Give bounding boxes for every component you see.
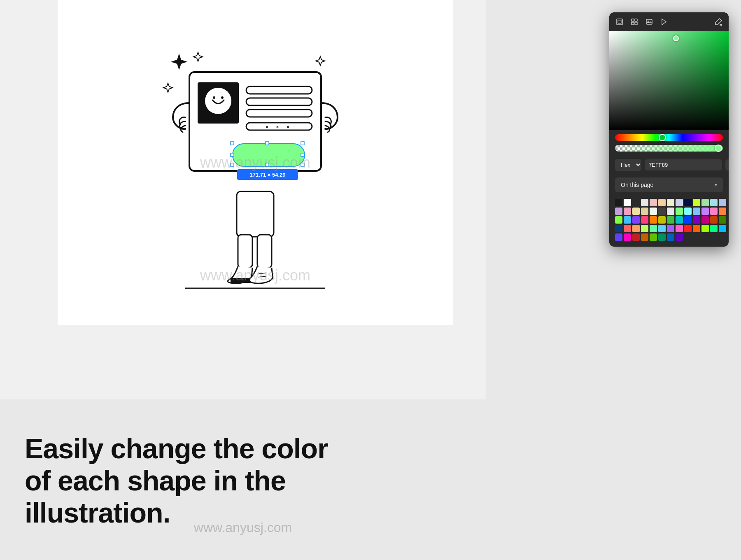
color-swatch[interactable] [719,216,726,224]
color-swatch[interactable] [658,225,666,232]
toolbar-icons-group [615,17,669,26]
color-swatch[interactable] [667,199,674,206]
on-this-page-button[interactable]: On this page ▾ [615,177,723,192]
color-swatch[interactable] [710,208,718,215]
color-swatch[interactable] [684,208,692,215]
panel-toolbar [609,12,729,31]
color-swatch[interactable] [719,208,726,215]
headline-line2: of each shape in the [25,464,461,497]
dimension-tooltip-text: 171.71 × 54.29 [249,172,285,178]
color-swatch[interactable] [658,208,666,215]
color-swatch[interactable] [719,225,726,232]
leg-left [238,235,252,268]
color-swatch[interactable] [667,216,674,224]
color-swatch[interactable] [624,216,631,224]
swatches-grid [615,199,723,241]
dropper-icon[interactable] [714,17,723,26]
color-swatch[interactable] [667,233,674,241]
svg-rect-1 [618,20,621,23]
color-swatch[interactable] [701,225,709,232]
color-swatch[interactable] [684,216,692,224]
color-swatch[interactable] [615,233,622,241]
color-swatch[interactable] [632,216,640,224]
leg-right [257,235,272,268]
handle-bl [231,163,234,166]
hue-handle[interactable] [659,134,666,141]
color-swatch[interactable] [710,216,718,224]
color-swatch[interactable] [624,199,631,206]
hand-right [321,103,338,129]
sparkle-large [171,54,187,70]
color-swatch[interactable] [676,225,683,232]
color-swatch[interactable] [650,233,657,241]
color-swatch[interactable] [615,208,622,215]
color-swatch[interactable] [684,199,692,206]
color-swatch[interactable] [650,225,657,232]
image-icon[interactable] [645,17,654,26]
svg-rect-0 [617,19,622,25]
color-swatch[interactable] [650,216,657,224]
frame-icon[interactable] [615,17,624,26]
color-swatch[interactable] [641,199,648,206]
color-swatch[interactable] [658,199,666,206]
color-swatch[interactable] [641,233,648,241]
color-swatch[interactable] [701,208,709,215]
illustration-svg: × × × [132,23,379,303]
gradient-picker[interactable] [609,31,729,130]
play-icon[interactable] [659,17,669,26]
color-swatch[interactable] [650,199,657,206]
handle-mr [301,153,304,156]
color-swatch[interactable] [693,199,700,206]
color-swatch[interactable] [710,225,718,232]
color-format-select[interactable]: Hex [615,159,641,171]
color-swatch[interactable] [658,233,666,241]
color-swatch[interactable] [641,208,648,215]
color-swatch[interactable] [632,233,640,241]
color-swatch[interactable] [632,225,640,232]
color-swatch[interactable] [701,216,709,224]
id-card-line2 [246,98,312,105]
color-swatch[interactable] [693,225,700,232]
grid-icon[interactable] [630,17,639,26]
color-swatch[interactable] [641,225,648,232]
color-swatch[interactable] [624,208,631,215]
color-swatch[interactable] [615,199,622,206]
color-swatch[interactable] [641,216,648,224]
color-swatch[interactable] [650,208,657,215]
color-swatch[interactable] [684,225,692,232]
handle-tm [266,142,269,145]
id-card-eye-left [213,96,215,99]
color-swatch[interactable] [632,208,640,215]
bottom-text-area: Easily change the color of each shape in… [0,399,486,560]
color-swatch[interactable] [693,208,700,215]
color-swatch[interactable] [615,225,622,232]
color-swatch[interactable] [701,199,709,206]
color-swatch[interactable] [667,208,674,215]
color-swatch[interactable] [676,216,683,224]
color-swatch[interactable] [615,216,622,224]
hex-row: Hex % [609,156,729,174]
svg-point-9 [720,24,722,26]
color-picker-panel: Hex % On this page ▾ [609,12,729,247]
color-swatch[interactable] [658,216,666,224]
color-swatch[interactable] [676,233,683,241]
color-swatch[interactable] [676,199,683,206]
color-swatch[interactable] [624,225,631,232]
color-swatch[interactable] [719,199,726,206]
color-swatch[interactable] [710,199,718,206]
hex-value-input[interactable] [645,159,722,170]
handle-tl [231,142,234,145]
color-swatch[interactable] [632,199,640,206]
gradient-handle[interactable] [673,35,679,41]
color-swatch[interactable] [624,233,631,241]
color-swatch[interactable] [667,225,674,232]
alpha-slider[interactable] [615,145,723,152]
alpha-handle[interactable] [715,145,722,152]
hue-slider-container [609,130,729,143]
svg-rect-6 [646,19,652,24]
color-swatch[interactable] [693,216,700,224]
color-swatch[interactable] [676,208,683,215]
opacity-input[interactable] [725,159,729,170]
white-canvas: www.anyusj.com [58,0,453,325]
hue-slider[interactable] [615,134,723,141]
